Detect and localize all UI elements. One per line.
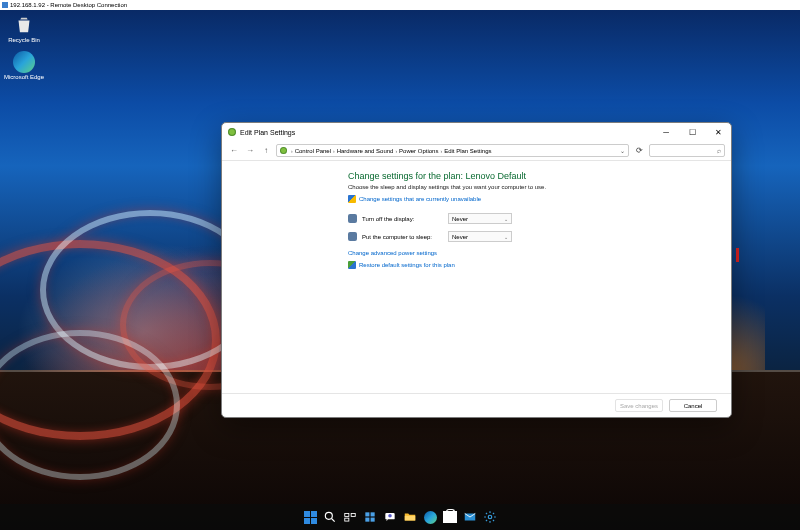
display-timeout-dropdown[interactable]: Never ⌄ xyxy=(448,213,512,224)
svg-rect-3 xyxy=(351,514,355,517)
setting-label: Put the computer to sleep: xyxy=(362,234,448,240)
dropdown-value: Never xyxy=(452,234,468,240)
close-button[interactable]: ✕ xyxy=(705,124,731,140)
windows-logo-icon xyxy=(304,511,317,524)
link-label: Restore default settings for this plan xyxy=(359,262,455,268)
window-titlebar[interactable]: Edit Plan Settings ─ ☐ ✕ xyxy=(222,123,731,141)
maximize-button[interactable]: ☐ xyxy=(679,124,705,140)
file-explorer-button[interactable] xyxy=(403,510,417,524)
chevron-right-icon: › xyxy=(333,148,335,154)
edge-icon xyxy=(424,511,437,524)
store-icon xyxy=(443,511,457,523)
minimize-button[interactable]: ─ xyxy=(653,124,679,140)
window-body: Change settings for the plan: Lenovo Def… xyxy=(222,161,731,393)
power-options-icon xyxy=(280,147,287,154)
power-options-icon xyxy=(228,128,236,136)
desktop-icon-recycle-bin[interactable]: Recycle Bin xyxy=(2,14,46,43)
desktop-icons: Recycle Bin Microsoft Edge xyxy=(2,14,46,88)
breadcrumb[interactable]: Edit Plan Settings xyxy=(444,148,491,154)
chevron-right-icon: › xyxy=(291,148,293,154)
task-view-button[interactable] xyxy=(343,510,357,524)
advanced-power-link[interactable]: Change advanced power settings xyxy=(348,250,717,256)
setting-row-display: Turn off the display: Never ⌄ xyxy=(348,213,717,224)
svg-line-1 xyxy=(332,519,335,522)
window-footer: Save changes Cancel xyxy=(222,393,731,417)
svg-rect-5 xyxy=(365,512,369,516)
shield-icon xyxy=(348,195,356,203)
edge-icon xyxy=(13,51,35,73)
chevron-right-icon: › xyxy=(440,148,442,154)
search-input[interactable]: ⌕ xyxy=(649,144,725,157)
start-button[interactable] xyxy=(303,510,317,524)
mail-button[interactable] xyxy=(463,510,477,524)
page-subtitle: Choose the sleep and display settings th… xyxy=(348,184,717,190)
background-window-sliver xyxy=(736,248,739,262)
setting-row-sleep: Put the computer to sleep: Never ⌄ xyxy=(348,231,717,242)
edge-button[interactable] xyxy=(423,510,437,524)
store-button[interactable] xyxy=(443,510,457,524)
shield-icon xyxy=(348,261,356,269)
rdp-icon xyxy=(2,2,8,8)
svg-rect-7 xyxy=(365,518,369,522)
address-bar[interactable]: › Control Panel › Hardware and Sound › P… xyxy=(276,144,629,157)
page-heading: Change settings for the plan: Lenovo Def… xyxy=(348,171,717,181)
svg-rect-4 xyxy=(345,518,349,521)
settings-button[interactable] xyxy=(483,510,497,524)
widgets-button[interactable] xyxy=(363,510,377,524)
restore-defaults-link[interactable]: Restore default settings for this plan xyxy=(348,261,717,269)
dropdown-value: Never xyxy=(452,216,468,222)
toolbar: ← → ↑ › Control Panel › Hardware and Sou… xyxy=(222,141,731,161)
desktop[interactable]: Recycle Bin Microsoft Edge Edit Plan Set… xyxy=(0,10,800,530)
desktop-icon-label: Microsoft Edge xyxy=(2,74,46,80)
forward-button[interactable]: → xyxy=(244,145,256,157)
taskbar[interactable] xyxy=(0,504,800,530)
setting-label: Turn off the display: xyxy=(362,216,448,222)
chevron-down-icon: ⌄ xyxy=(504,216,508,222)
desktop-icon-edge[interactable]: Microsoft Edge xyxy=(2,51,46,80)
svg-rect-6 xyxy=(371,512,375,516)
recycle-bin-icon xyxy=(13,14,35,36)
display-icon xyxy=(348,214,357,223)
chevron-down-icon[interactable]: ⌄ xyxy=(620,147,625,154)
breadcrumb[interactable]: Control Panel xyxy=(295,148,331,154)
admin-unlock-link[interactable]: Change settings that are currently unava… xyxy=(348,195,717,203)
save-changes-button[interactable]: Save changes xyxy=(615,399,663,412)
refresh-button[interactable]: ⟳ xyxy=(633,145,645,157)
cancel-button[interactable]: Cancel xyxy=(669,399,717,412)
link-label: Change settings that are currently unava… xyxy=(359,196,481,202)
edit-plan-settings-window: Edit Plan Settings ─ ☐ ✕ ← → ↑ › Control… xyxy=(221,122,732,418)
chevron-right-icon: › xyxy=(395,148,397,154)
svg-point-10 xyxy=(388,514,392,518)
sleep-timeout-dropdown[interactable]: Never ⌄ xyxy=(448,231,512,242)
breadcrumb[interactable]: Hardware and Sound xyxy=(337,148,394,154)
up-button[interactable]: ↑ xyxy=(260,145,272,157)
svg-rect-11 xyxy=(405,516,416,521)
search-icon: ⌕ xyxy=(717,147,721,154)
rdp-title: 192.168.1.92 - Remote Desktop Connection xyxy=(10,2,127,8)
window-title: Edit Plan Settings xyxy=(240,129,295,136)
taskbar-search[interactable] xyxy=(323,510,337,524)
breadcrumb[interactable]: Power Options xyxy=(399,148,438,154)
sleep-icon xyxy=(348,232,357,241)
back-button[interactable]: ← xyxy=(228,145,240,157)
svg-point-13 xyxy=(488,515,492,519)
svg-point-0 xyxy=(325,512,332,519)
svg-rect-2 xyxy=(345,514,349,517)
chat-button[interactable] xyxy=(383,510,397,524)
chevron-down-icon: ⌄ xyxy=(504,234,508,240)
desktop-icon-label: Recycle Bin xyxy=(2,37,46,43)
rdp-titlebar: 192.168.1.92 - Remote Desktop Connection xyxy=(0,0,800,10)
svg-rect-8 xyxy=(371,518,375,522)
